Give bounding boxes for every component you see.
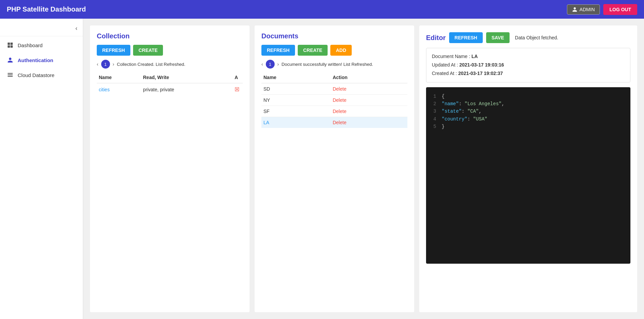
line-number: 1 [431,93,436,100]
document-name-cell: NY [261,95,331,106]
documents-prev-arrow[interactable]: ‹ [261,61,263,67]
code-line: 1{ [431,93,625,100]
line-content: "state": "CA", [442,108,482,115]
documents-refresh-button[interactable]: REFRESH [261,45,295,56]
editor-refresh-button[interactable]: REFRESH [449,32,483,43]
sidebar-label-cloud-datastore: Cloud Datastore [18,72,54,78]
collection-permissions: private, private [141,83,233,95]
code-editor[interactable]: 1{2 "name": "Los Angeles",3 "state": "CA… [426,87,630,264]
collection-actions: REFRESH CREATE [97,45,243,56]
collection-table: Name Read, Write A cities private, priva… [97,72,243,95]
editor-save-button[interactable]: SAVE [486,32,510,43]
sidebar: ‹ Dashboard Authentication [0,19,83,319]
collection-refresh-button[interactable]: REFRESH [97,45,130,56]
grid-icon [7,42,14,49]
svg-rect-3 [11,45,13,48]
doc-meta: Document Name : LA Updated At : 2021-03-… [426,48,630,82]
doc-name-value: LA [472,54,478,59]
svg-rect-6 [8,76,13,77]
collection-pagination: ‹ 1 › Collection Created. List Refreshed… [97,60,243,69]
documents-create-button[interactable]: CREATE [298,45,328,56]
sidebar-item-cloud-datastore[interactable]: Cloud Datastore [0,68,83,82]
editor-title: Editor [426,34,446,42]
documents-actions: REFRESH CREATE ADD [261,45,407,56]
editor-panel: Editor REFRESH SAVE Data Object fetched.… [419,25,637,312]
collection-panel: Collection REFRESH CREATE ‹ 1 › Collecti… [90,25,250,312]
sidebar-item-authentication[interactable]: Authentication [0,53,83,68]
line-number: 4 [431,115,436,123]
doc-name-row: Document Name : LA [432,52,625,61]
sidebar-label-dashboard: Dashboard [18,42,42,48]
person-icon [572,7,577,12]
table-row: LADelete [261,117,407,128]
header-title: PHP Satellite Dashboard [7,5,86,13]
code-line: 3 "state": "CA", [431,108,625,115]
table-row: SFDelete [261,106,407,117]
document-delete-button[interactable]: Delete [333,97,346,103]
document-delete-button[interactable]: Delete [333,86,346,92]
collection-col-rw: Read, Write [141,72,233,83]
doc-name-label: Document Name : [432,54,470,59]
table-row: SDDelete [261,83,407,95]
header-actions: ADMIN LOG OUT [567,4,637,15]
collection-page-number: 1 [101,60,110,69]
document-name-cell: SD [261,83,331,95]
documents-status: Document successfully written! List Refr… [281,62,373,67]
documents-col-action: Action [331,72,407,83]
collection-next-arrow[interactable]: › [113,61,114,67]
table-row: cities private, private ☒ [97,83,243,95]
sidebar-divider [0,36,83,36]
created-at-value: 2021-03-17 19:02:37 [458,71,503,76]
editor-header: Editor REFRESH SAVE Data Object fetched. [426,32,630,43]
created-at-row: Created At : 2021-03-17 19:02:37 [432,69,625,78]
line-content: "country": "USA" [442,115,487,123]
svg-rect-1 [11,43,13,45]
documents-add-button[interactable]: ADD [330,45,351,56]
line-content: } [442,123,444,130]
documents-col-name: Name [261,72,331,83]
admin-button[interactable]: ADMIN [567,4,600,15]
updated-at-row: Updated At : 2021-03-17 19:03:16 [432,61,625,69]
collection-create-button[interactable]: CREATE [133,45,163,56]
documents-title: Documents [261,32,407,40]
document-delete-button[interactable]: Delete [333,109,346,114]
svg-rect-5 [8,75,13,75]
sidebar-label-authentication: Authentication [18,57,53,63]
documents-pagination: ‹ 1 › Document successfully written! Lis… [261,60,407,69]
collection-title: Collection [97,32,243,40]
line-number: 2 [431,100,436,108]
documents-next-arrow[interactable]: › [277,61,279,67]
collection-col-action: A [233,72,243,83]
editor-status-message: Data Object fetched. [515,35,558,40]
line-content: { [442,93,444,100]
updated-at-value: 2021-03-17 19:03:16 [459,62,504,68]
collection-name-link[interactable]: cities [99,87,110,92]
collection-prev-arrow[interactable]: ‹ [97,61,98,67]
content-area: Collection REFRESH CREATE ‹ 1 › Collecti… [83,19,644,319]
svg-rect-0 [8,43,10,45]
collection-delete-icon[interactable]: ☒ [235,87,239,92]
sidebar-toggle[interactable]: ‹ [0,22,83,35]
created-at-label: Created At : [432,71,457,76]
list-icon [7,72,14,78]
line-number: 3 [431,108,436,115]
table-row: NYDelete [261,95,407,106]
logout-button[interactable]: LOG OUT [603,4,637,15]
document-name-link[interactable]: LA [263,120,269,125]
sidebar-item-dashboard[interactable]: Dashboard [0,38,83,53]
admin-label: ADMIN [579,7,595,12]
documents-page-number: 1 [266,60,275,69]
code-line: 2 "name": "Los Angeles", [431,100,625,108]
person-icon [7,57,14,63]
main-layout: ‹ Dashboard Authentication [0,19,644,319]
svg-rect-4 [8,73,13,74]
document-name-cell: SF [261,106,331,117]
documents-table: Name Action SDDeleteNYDeleteSFDeleteLADe… [261,72,407,128]
line-number: 5 [431,123,436,130]
code-line: 4 "country": "USA" [431,115,625,123]
document-delete-button[interactable]: Delete [333,120,346,125]
svg-rect-2 [8,45,10,48]
code-line: 5} [431,123,625,130]
line-content: "name": "Los Angeles", [442,100,504,108]
collection-col-name: Name [97,72,141,83]
